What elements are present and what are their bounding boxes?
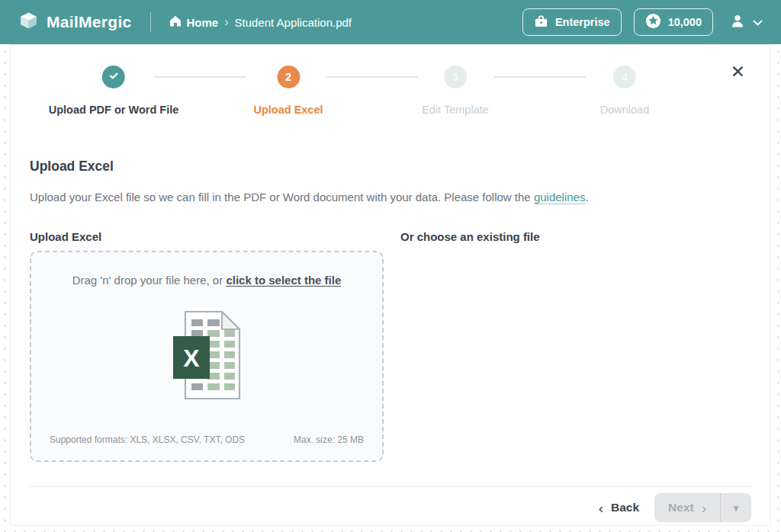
next-label: Next [668, 501, 694, 514]
step-item-download: 4 Download [600, 66, 650, 116]
stepper: Upload PDF or Word File 2 Upload Excel 3… [11, 45, 770, 144]
step-item-edit-template: 3 Edit Template [422, 66, 489, 116]
breadcrumb-home[interactable]: Home [169, 15, 219, 29]
file-dropzone[interactable]: Drag 'n' drop your file here, or click t… [30, 251, 384, 462]
step-item-upload-excel[interactable]: 2 Upload Excel [253, 66, 323, 116]
home-icon [169, 15, 182, 29]
enterprise-label: Enterprise [555, 16, 610, 28]
footer-divider [28, 486, 753, 487]
svg-text:X: X [183, 345, 200, 372]
breadcrumb-home-label: Home [187, 16, 219, 29]
chevron-right-icon: › [702, 501, 706, 515]
star-icon [645, 13, 661, 31]
guidelines-link[interactable]: guidelines [534, 191, 586, 204]
step-connector [155, 76, 246, 78]
step-circle-4: 4 [613, 66, 636, 88]
briefcase-icon [534, 14, 548, 30]
breadcrumb: Home › Student Application.pdf [169, 15, 352, 29]
step-connector [326, 76, 418, 78]
check-icon [107, 69, 120, 85]
dropzone-prompt-text: Drag 'n' drop your file here, or [72, 274, 227, 287]
page-title: Upload Excel [30, 159, 114, 175]
dropzone-footer: Supported formats: XLS, XLSX, CSV, TXT, … [31, 434, 382, 445]
max-size: Max. size: 25 MB [294, 434, 364, 445]
next-button[interactable]: Next › [654, 493, 720, 522]
dropzone-prompt: Drag 'n' drop your file here, or click t… [31, 274, 382, 287]
step-number-4: 4 [622, 71, 628, 83]
wizard-modal: Upload PDF or Word File 2 Upload Excel 3… [10, 44, 771, 526]
logo-icon [18, 11, 39, 34]
credits-button[interactable]: 10,000 [634, 8, 713, 36]
step-circle-1 [102, 66, 125, 88]
excel-file-icon: X [169, 309, 245, 405]
supported-formats: Supported formats: XLS, XLSX, CSV, TXT, … [50, 434, 245, 445]
description-text: Upload your Excel file so we can fill in… [30, 191, 534, 204]
back-label: Back [611, 501, 639, 514]
credits-value: 10,000 [668, 16, 702, 28]
enterprise-button[interactable]: Enterprise [522, 8, 622, 36]
next-split-button: Next › ▾ [654, 493, 751, 522]
close-button[interactable]: ✕ [731, 63, 745, 81]
upload-section-label: Upload Excel [30, 230, 101, 243]
caret-down-icon: ▾ [734, 502, 739, 514]
page-description: Upload your Excel file so we can fill in… [30, 191, 589, 204]
step-connector [494, 76, 586, 78]
brand-name: MailMergic [47, 13, 132, 31]
chevron-left-icon: ‹ [599, 501, 603, 515]
next-dropdown-button[interactable]: ▾ [721, 493, 751, 522]
brand: MailMergic [18, 11, 132, 34]
file-select-link[interactable]: click to select the file [226, 274, 341, 287]
header-divider [150, 12, 151, 32]
step-item-upload-pdf[interactable]: Upload PDF or Word File [49, 66, 179, 116]
step-label-4: Download [600, 104, 650, 116]
step-label-1: Upload PDF or Word File [49, 104, 179, 116]
step-label-2: Upload Excel [253, 104, 323, 116]
user-menu-button[interactable] [730, 14, 763, 31]
step-circle-3: 3 [444, 66, 467, 88]
step-number-2: 2 [285, 71, 291, 83]
step-label-3: Edit Template [422, 104, 489, 116]
step-circle-2: 2 [277, 66, 300, 88]
step-number-3: 3 [452, 71, 458, 83]
description-period: . [585, 191, 588, 204]
chevron-down-icon [753, 15, 763, 29]
existing-files-label: Or choose an existing file [400, 230, 540, 243]
breadcrumb-separator-icon: › [224, 15, 228, 29]
footer-actions: ‹ Back Next › ▾ [599, 493, 751, 522]
user-icon [730, 14, 745, 31]
breadcrumb-current: Student Application.pdf [235, 16, 352, 29]
back-button[interactable]: ‹ Back [599, 501, 639, 515]
app-header: MailMergic Home › Student Application.pd… [0, 0, 781, 44]
close-icon: ✕ [731, 62, 745, 82]
